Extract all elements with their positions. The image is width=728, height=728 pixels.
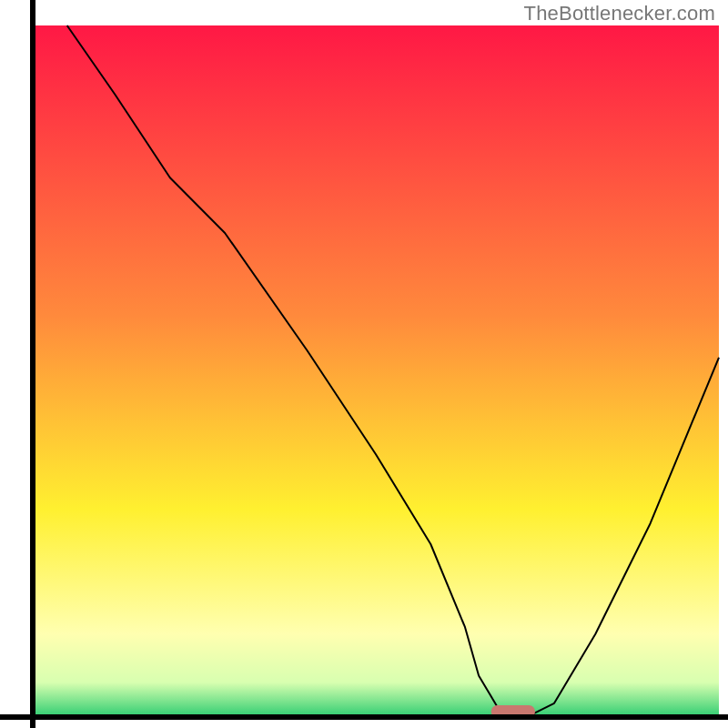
bottleneck-chart: TheBottlenecker.com bbox=[0, 0, 728, 728]
watermark-text: TheBottlenecker.com bbox=[524, 2, 715, 25]
chart-svg bbox=[0, 0, 728, 728]
gradient-background bbox=[33, 25, 719, 717]
